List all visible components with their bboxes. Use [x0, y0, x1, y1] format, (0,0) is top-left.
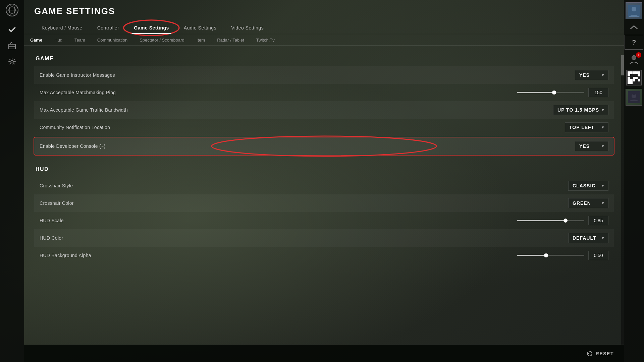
hud-scale-value[interactable]: 0.85 [588, 216, 608, 225]
setting-developer-console: Enable Developer Console (~) YES ▾ [34, 137, 614, 155]
hud-bg-alpha-control[interactable]: 0.50 [517, 251, 608, 260]
briefcase-icon[interactable] [5, 38, 19, 53]
community-notification-control[interactable]: TOP LEFT ▾ [565, 122, 608, 132]
dropdown-arrow-cn-icon: ▾ [602, 125, 604, 130]
tab-game[interactable]: Game [24, 35, 48, 45]
main-content: GAME SETTINGS Keyboard / Mouse Controlle… [24, 0, 624, 362]
dropdown-arrow-bw-icon: ▾ [602, 108, 604, 112]
page-title: GAME SETTINGS [34, 6, 614, 16]
svg-point-8 [632, 7, 636, 11]
batman-image [626, 89, 642, 106]
setting-max-bandwidth: Max Acceptable Game Traffic Bandwidth UP… [34, 101, 614, 119]
reset-button[interactable]: RESET [586, 350, 614, 357]
tab-controller[interactable]: Controller [90, 22, 127, 34]
developer-console-dropdown[interactable]: YES ▾ [575, 141, 608, 151]
setting-crosshair-style: Crosshair Style CLASSIC ▾ [34, 177, 614, 194]
setting-crosshair-color: Crosshair Color GREEN ▾ [34, 194, 614, 212]
dropdown-arrow-dc-icon: ▾ [602, 144, 604, 148]
tab-communication[interactable]: Communication [91, 35, 133, 45]
developer-console-control[interactable]: YES ▾ [575, 141, 608, 151]
tab-hud[interactable]: Hud [48, 35, 68, 45]
section-spacer [34, 156, 614, 163]
hud-scale-label: HUD Scale [40, 218, 517, 223]
left-sidebar [0, 0, 24, 362]
hud-scale-control[interactable]: 0.85 [517, 216, 608, 225]
enable-game-instructor-label: Enable Game Instructor Messages [40, 72, 575, 78]
hud-bg-alpha-slider-fill [517, 255, 546, 256]
crosshair-style-control[interactable]: CLASSIC ▾ [568, 181, 608, 191]
tab-radar-tablet[interactable]: Radar / Tablet [211, 35, 250, 45]
gear-icon[interactable] [5, 54, 19, 69]
developer-console-label: Enable Developer Console (~) [40, 143, 575, 149]
checkmark-icon[interactable] [5, 22, 19, 37]
max-ping-control[interactable]: 150 [517, 88, 608, 97]
enable-game-instructor-dropdown[interactable]: YES ▾ [575, 70, 608, 80]
max-ping-value[interactable]: 150 [588, 88, 608, 97]
hud-bg-alpha-slider-track[interactable] [517, 255, 584, 256]
tab-item[interactable]: Item [191, 35, 211, 45]
primary-tabs: Keyboard / Mouse Controller Game Setting… [34, 22, 614, 34]
max-bandwidth-control[interactable]: UP TO 1.5 MBPS ▾ [553, 105, 608, 115]
hud-bg-alpha-label: HUD Background Alpha [40, 253, 517, 258]
logo-icon[interactable] [5, 3, 19, 17]
max-bandwidth-dropdown[interactable]: UP TO 1.5 MBPS ▾ [553, 105, 608, 115]
community-notification-dropdown[interactable]: TOP LEFT ▾ [565, 122, 608, 132]
settings-body: Game Enable Game Instructor Messages YES… [24, 46, 624, 362]
setting-max-ping: Max Acceptable Matchmaking Ping 150 [34, 84, 614, 101]
hud-scale-slider-track[interactable] [517, 220, 584, 221]
main-avatar[interactable] [625, 1, 643, 20]
dropdown-arrow-icon: ▾ [602, 73, 604, 77]
setting-community-notification: Community Notification Location TOP LEFT… [34, 119, 614, 136]
setting-hud-bg-alpha: HUD Background Alpha 0.50 [34, 247, 614, 264]
hud-section-header: Hud [34, 166, 614, 172]
crosshair-color-label: Crosshair Color [40, 200, 568, 206]
svg-point-6 [11, 60, 13, 63]
bottom-bar: RESET [24, 345, 624, 362]
tab-team[interactable]: Team [68, 35, 91, 45]
user-count-icon[interactable]: 1 [625, 50, 643, 68]
max-ping-slider-thumb[interactable] [552, 90, 556, 95]
right-sidebar: ? 1 [624, 0, 644, 362]
scrollbar-thumb[interactable] [621, 55, 624, 75]
secondary-tabs: Game Hud Team Communication Spectator / … [24, 35, 624, 46]
max-bandwidth-label: Max Acceptable Game Traffic Bandwidth [40, 107, 553, 113]
hud-scale-slider-fill [517, 220, 566, 221]
max-ping-slider-fill [517, 92, 554, 93]
enable-game-instructor-control[interactable]: YES ▾ [575, 70, 608, 80]
batman-avatar[interactable] [625, 88, 643, 107]
crosshair-style-label: Crosshair Style [40, 183, 568, 188]
hud-bg-alpha-slider-thumb[interactable] [544, 253, 548, 257]
header: GAME SETTINGS Keyboard / Mouse Controlle… [24, 0, 624, 34]
qr-code-icon[interactable] [625, 68, 643, 87]
hud-bg-alpha-value[interactable]: 0.50 [588, 251, 608, 260]
max-ping-label: Max Acceptable Matchmaking Ping [40, 90, 517, 95]
max-ping-slider-track[interactable] [517, 92, 584, 93]
dropdown-arrow-cs-icon: ▾ [602, 183, 604, 188]
tab-audio-settings[interactable]: Audio Settings [176, 22, 224, 34]
scrollbar-track[interactable] [621, 55, 624, 345]
game-section-header: Game [34, 56, 614, 62]
setting-enable-game-instructor: Enable Game Instructor Messages YES ▾ [34, 66, 614, 84]
community-notification-label: Community Notification Location [40, 125, 565, 130]
dropdown-arrow-hc-icon: ▾ [602, 236, 604, 240]
avatar-image [626, 2, 642, 19]
tab-game-settings[interactable]: Game Settings [126, 22, 176, 34]
crosshair-style-dropdown[interactable]: CLASSIC ▾ [568, 181, 608, 191]
hud-color-control[interactable]: DEFAULT ▾ [568, 233, 608, 243]
tab-keyboard-mouse[interactable]: Keyboard / Mouse [34, 22, 90, 34]
chevron-up-icon[interactable] [625, 21, 643, 34]
help-icon[interactable]: ? [625, 35, 643, 50]
hud-scale-slider-thumb[interactable] [564, 219, 568, 223]
tab-spectator-scoreboard[interactable]: Spectator / Scoreboard [133, 35, 191, 45]
hud-color-label: HUD Color [40, 235, 568, 241]
setting-hud-color: HUD Color DEFAULT ▾ [34, 229, 614, 247]
svg-point-10 [632, 56, 636, 60]
dropdown-arrow-cc-icon: ▾ [602, 201, 604, 205]
crosshair-color-control[interactable]: GREEN ▾ [568, 198, 608, 208]
reset-icon [586, 350, 593, 357]
tab-twitchtv[interactable]: Twitch.tv [250, 35, 281, 45]
tab-video-settings[interactable]: Video Settings [224, 22, 271, 34]
setting-hud-scale: HUD Scale 0.85 [34, 212, 614, 229]
hud-color-dropdown[interactable]: DEFAULT ▾ [568, 233, 608, 243]
crosshair-color-dropdown[interactable]: GREEN ▾ [568, 198, 608, 208]
